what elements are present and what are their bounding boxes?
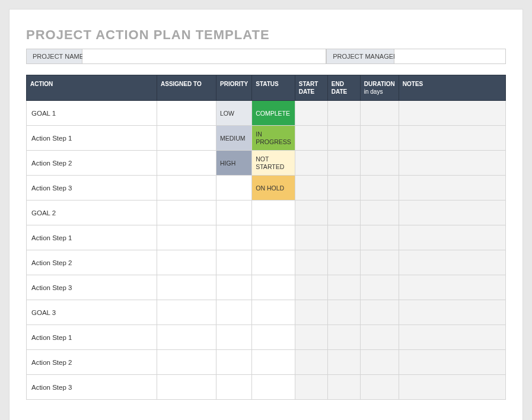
cell-duration[interactable] bbox=[360, 350, 399, 375]
cell-duration[interactable] bbox=[360, 225, 399, 250]
cell-start-date[interactable] bbox=[295, 201, 327, 225]
cell-end-date[interactable] bbox=[327, 375, 360, 400]
cell-priority[interactable]: MEDIUM bbox=[216, 126, 252, 151]
cell-duration[interactable] bbox=[360, 176, 399, 201]
cell-priority[interactable]: HIGH bbox=[216, 151, 252, 176]
cell-start-date[interactable] bbox=[295, 250, 327, 275]
action-plan-table: ACTION ASSIGNED TO PRIORITY STATUS START… bbox=[26, 75, 506, 400]
cell-notes[interactable] bbox=[399, 250, 505, 275]
cell-assigned-to[interactable] bbox=[157, 151, 216, 176]
cell-end-date[interactable] bbox=[327, 101, 360, 126]
cell-start-date[interactable] bbox=[295, 325, 327, 350]
cell-action[interactable]: GOAL 2 bbox=[27, 201, 157, 225]
cell-action[interactable]: Action Step 1 bbox=[27, 225, 157, 250]
cell-notes[interactable] bbox=[399, 151, 505, 176]
cell-action[interactable]: Action Step 3 bbox=[27, 275, 157, 300]
cell-action[interactable]: GOAL 3 bbox=[27, 300, 157, 325]
cell-notes[interactable] bbox=[399, 325, 505, 350]
cell-end-date[interactable] bbox=[327, 325, 360, 350]
cell-priority[interactable] bbox=[216, 250, 252, 275]
cell-notes[interactable] bbox=[399, 201, 505, 225]
project-name-input[interactable] bbox=[82, 49, 326, 64]
cell-status[interactable] bbox=[252, 300, 295, 325]
cell-start-date[interactable] bbox=[295, 375, 327, 400]
cell-end-date[interactable] bbox=[327, 275, 360, 300]
cell-end-date[interactable] bbox=[327, 151, 360, 176]
cell-status[interactable]: IN PROGRESS bbox=[252, 126, 295, 151]
cell-start-date[interactable] bbox=[295, 275, 327, 300]
th-priority: PRIORITY bbox=[216, 75, 252, 101]
cell-notes[interactable] bbox=[399, 300, 505, 325]
cell-status[interactable] bbox=[252, 375, 295, 400]
cell-duration[interactable] bbox=[360, 375, 399, 400]
cell-duration[interactable] bbox=[360, 126, 399, 151]
cell-end-date[interactable] bbox=[327, 350, 360, 375]
cell-priority[interactable] bbox=[216, 350, 252, 375]
cell-priority[interactable]: LOW bbox=[216, 101, 252, 126]
cell-status[interactable] bbox=[252, 325, 295, 350]
cell-status[interactable] bbox=[252, 250, 295, 275]
cell-assigned-to[interactable] bbox=[157, 225, 216, 250]
cell-assigned-to[interactable] bbox=[157, 126, 216, 151]
cell-notes[interactable] bbox=[399, 225, 505, 250]
project-manager-input[interactable] bbox=[394, 49, 506, 64]
cell-start-date[interactable] bbox=[295, 300, 327, 325]
cell-priority[interactable] bbox=[216, 225, 252, 250]
cell-status[interactable] bbox=[252, 350, 295, 375]
cell-start-date[interactable] bbox=[295, 151, 327, 176]
cell-notes[interactable] bbox=[399, 101, 505, 126]
cell-duration[interactable] bbox=[360, 250, 399, 275]
cell-start-date[interactable] bbox=[295, 225, 327, 250]
cell-end-date[interactable] bbox=[327, 176, 360, 201]
cell-priority[interactable] bbox=[216, 275, 252, 300]
cell-status[interactable]: NOT STARTED bbox=[252, 151, 295, 176]
cell-status[interactable]: ON HOLD bbox=[252, 176, 295, 201]
cell-priority[interactable] bbox=[216, 201, 252, 225]
cell-notes[interactable] bbox=[399, 350, 505, 375]
cell-action[interactable]: Action Step 1 bbox=[27, 325, 157, 350]
cell-start-date[interactable] bbox=[295, 126, 327, 151]
cell-duration[interactable] bbox=[360, 151, 399, 176]
cell-action[interactable]: GOAL 1 bbox=[27, 101, 157, 126]
cell-duration[interactable] bbox=[360, 325, 399, 350]
cell-assigned-to[interactable] bbox=[157, 201, 216, 225]
cell-end-date[interactable] bbox=[327, 201, 360, 225]
cell-duration[interactable] bbox=[360, 275, 399, 300]
cell-action[interactable]: Action Step 1 bbox=[27, 126, 157, 151]
cell-status[interactable] bbox=[252, 201, 295, 225]
cell-start-date[interactable] bbox=[295, 176, 327, 201]
cell-assigned-to[interactable] bbox=[157, 250, 216, 275]
cell-end-date[interactable] bbox=[327, 300, 360, 325]
cell-notes[interactable] bbox=[399, 375, 505, 400]
cell-assigned-to[interactable] bbox=[157, 275, 216, 300]
cell-start-date[interactable] bbox=[295, 101, 327, 126]
cell-notes[interactable] bbox=[399, 176, 505, 201]
cell-notes[interactable] bbox=[399, 275, 505, 300]
cell-status[interactable]: COMPLETE bbox=[252, 101, 295, 126]
cell-end-date[interactable] bbox=[327, 225, 360, 250]
cell-duration[interactable] bbox=[360, 300, 399, 325]
cell-end-date[interactable] bbox=[327, 250, 360, 275]
cell-action[interactable]: Action Step 2 bbox=[27, 350, 157, 375]
cell-action[interactable]: Action Step 3 bbox=[27, 375, 157, 400]
cell-assigned-to[interactable] bbox=[157, 300, 216, 325]
cell-notes[interactable] bbox=[399, 126, 505, 151]
cell-assigned-to[interactable] bbox=[157, 101, 216, 126]
cell-assigned-to[interactable] bbox=[157, 325, 216, 350]
cell-action[interactable]: Action Step 3 bbox=[27, 176, 157, 201]
cell-priority[interactable] bbox=[216, 176, 252, 201]
cell-assigned-to[interactable] bbox=[157, 375, 216, 400]
cell-duration[interactable] bbox=[360, 101, 399, 126]
cell-priority[interactable] bbox=[216, 300, 252, 325]
cell-status[interactable] bbox=[252, 275, 295, 300]
cell-assigned-to[interactable] bbox=[157, 350, 216, 375]
cell-priority[interactable] bbox=[216, 375, 252, 400]
cell-priority[interactable] bbox=[216, 325, 252, 350]
cell-duration[interactable] bbox=[360, 201, 399, 225]
cell-assigned-to[interactable] bbox=[157, 176, 216, 201]
cell-action[interactable]: Action Step 2 bbox=[27, 151, 157, 176]
cell-status[interactable] bbox=[252, 225, 295, 250]
cell-start-date[interactable] bbox=[295, 350, 327, 375]
cell-action[interactable]: Action Step 2 bbox=[27, 250, 157, 275]
cell-end-date[interactable] bbox=[327, 126, 360, 151]
